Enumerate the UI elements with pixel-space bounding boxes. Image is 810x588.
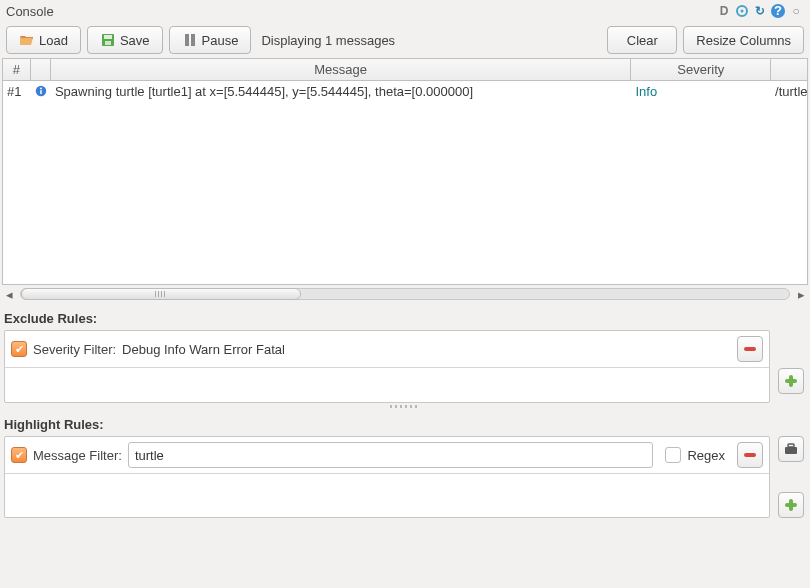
plus-icon: [783, 497, 799, 513]
header-message[interactable]: Message: [51, 59, 632, 80]
exclude-rules-title: Exclude Rules:: [0, 303, 810, 330]
highlight-rules-blank: [5, 474, 769, 508]
gear-icon[interactable]: [734, 3, 750, 19]
highlight-rules-list: ✔ Message Filter: Regex: [4, 436, 770, 518]
exclude-rules-blank: [5, 368, 769, 402]
help-icon[interactable]: ?: [770, 3, 786, 19]
info-icon: [35, 83, 47, 99]
status-text: Displaying 1 messages: [261, 33, 395, 48]
save-icon: [100, 32, 116, 48]
svg-rect-17: [788, 444, 794, 447]
delete-highlight-rule-button[interactable]: [737, 442, 763, 468]
table-row[interactable]: #1 Spawning turtle [turtle1] at x=[5.544…: [3, 81, 807, 101]
exclude-rules-box: ✔ Severity Filter: Debug Info Warn Error…: [0, 330, 810, 403]
exclude-rule-row[interactable]: ✔ Severity Filter: Debug Info Warn Error…: [5, 331, 769, 368]
close-icon[interactable]: ○: [788, 3, 804, 19]
messages-table: # Message Severity #1 Spawning turtle [t…: [2, 58, 808, 285]
d-icon[interactable]: D: [716, 3, 732, 19]
save-label: Save: [120, 33, 150, 48]
highlight-rules-box: ✔ Message Filter: Regex: [0, 436, 810, 518]
add-highlight-rule-button[interactable]: [778, 492, 804, 518]
exclude-side-buttons: [776, 330, 806, 403]
svg-rect-14: [785, 379, 797, 383]
svg-rect-16: [785, 447, 797, 454]
save-button[interactable]: Save: [87, 26, 163, 54]
svg-rect-15: [744, 453, 756, 457]
exclude-rules-list: ✔ Severity Filter: Debug Info Warn Error…: [4, 330, 770, 403]
scroll-right-icon[interactable]: ▸: [794, 287, 808, 301]
clear-button[interactable]: Clear: [607, 26, 677, 54]
plus-icon: [783, 373, 799, 389]
title-bar: Console D ↻ ? ○: [0, 0, 810, 22]
highlight-rules-title: Highlight Rules:: [0, 409, 810, 436]
scroll-left-icon[interactable]: ◂: [2, 287, 16, 301]
cell-index: #1: [3, 84, 31, 99]
regex-label: Regex: [687, 448, 725, 463]
svg-rect-6: [105, 41, 111, 45]
cell-icon: [31, 83, 51, 99]
window-title: Console: [6, 4, 54, 19]
header-icon[interactable]: [31, 59, 51, 80]
svg-rect-19: [785, 503, 797, 507]
folder-open-icon: [19, 32, 35, 48]
cell-severity: Info: [631, 84, 771, 99]
exclude-rule-type: Severity Filter:: [33, 342, 116, 357]
toolbar: Load Save Pause Displaying 1 messages Cl…: [0, 22, 810, 58]
pause-button[interactable]: Pause: [169, 26, 252, 54]
highlight-rule-row[interactable]: ✔ Message Filter: Regex: [5, 437, 769, 474]
table-header-row: # Message Severity: [3, 59, 807, 81]
table-body: #1 Spawning turtle [turtle1] at x=[5.544…: [3, 81, 807, 284]
pause-icon: [182, 32, 198, 48]
delete-exclude-rule-button[interactable]: [737, 336, 763, 362]
reload-icon[interactable]: ↻: [752, 3, 768, 19]
header-node[interactable]: [771, 59, 807, 80]
resize-columns-button[interactable]: Resize Columns: [683, 26, 804, 54]
svg-rect-8: [191, 34, 195, 46]
cell-message: Spawning turtle [turtle1] at x=[5.544445…: [51, 84, 632, 99]
header-severity[interactable]: Severity: [631, 59, 771, 80]
header-index[interactable]: #: [3, 59, 31, 80]
svg-text:?: ?: [774, 3, 782, 18]
scroll-track[interactable]: [20, 288, 790, 300]
add-exclude-rule-button[interactable]: [778, 368, 804, 394]
titlebar-icons: D ↻ ? ○: [716, 3, 804, 19]
resize-label: Resize Columns: [696, 33, 791, 48]
svg-rect-7: [185, 34, 189, 46]
toolbox-icon: [783, 441, 799, 457]
svg-rect-11: [40, 90, 41, 94]
edit-highlight-rule-button[interactable]: [778, 436, 804, 462]
minus-icon: [742, 447, 758, 463]
load-button[interactable]: Load: [6, 26, 81, 54]
minus-icon: [742, 341, 758, 357]
pause-label: Pause: [202, 33, 239, 48]
load-label: Load: [39, 33, 68, 48]
svg-rect-12: [744, 347, 756, 351]
svg-point-1: [741, 10, 744, 13]
highlight-side-buttons: [776, 436, 806, 518]
horizontal-scrollbar[interactable]: ◂ ▸: [0, 285, 810, 303]
exclude-rule-value: Debug Info Warn Error Fatal: [122, 342, 731, 357]
highlight-rule-type: Message Filter:: [33, 448, 122, 463]
svg-rect-5: [104, 35, 112, 39]
svg-point-10: [40, 87, 42, 89]
highlight-rule-input[interactable]: [128, 442, 654, 468]
cell-node: /turtlesim: [771, 84, 807, 99]
scroll-thumb[interactable]: [21, 288, 301, 300]
exclude-rule-checkbox[interactable]: ✔: [11, 341, 27, 357]
highlight-rule-checkbox[interactable]: ✔: [11, 447, 27, 463]
clear-label: Clear: [627, 33, 658, 48]
regex-checkbox[interactable]: [665, 447, 681, 463]
